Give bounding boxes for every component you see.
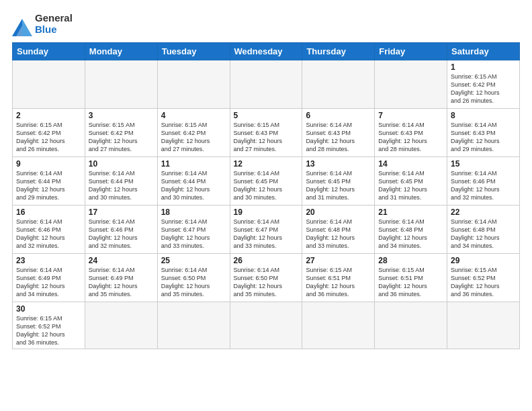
day-number: 4 [161, 111, 226, 120]
day-info: Sunrise: 6:14 AMSunset: 6:45 PMDaylight:… [234, 169, 299, 202]
day-number: 15 [451, 159, 516, 169]
day-number: 14 [378, 159, 443, 169]
day-info: Sunrise: 6:14 AMSunset: 6:48 PMDaylight:… [451, 218, 516, 250]
day-cell: 12Sunrise: 6:14 AMSunset: 6:45 PMDayligh… [230, 156, 302, 205]
day-info: Sunrise: 6:15 AMSunset: 6:42 PMDaylight:… [451, 73, 516, 105]
day-cell: 5Sunrise: 6:15 AMSunset: 6:43 PMDaylight… [230, 108, 302, 156]
day-cell [157, 302, 230, 349]
day-info: Sunrise: 6:15 AMSunset: 6:52 PMDaylight:… [451, 266, 516, 299]
day-info: Sunrise: 6:14 AMSunset: 6:45 PMDaylight:… [306, 169, 371, 202]
day-cell: 21Sunrise: 6:14 AMSunset: 6:48 PMDayligh… [375, 205, 447, 253]
day-info: Sunrise: 6:14 AMSunset: 6:48 PMDaylight:… [306, 218, 371, 250]
day-number: 27 [306, 256, 371, 265]
day-number: 6 [306, 111, 371, 120]
weekday-header-sunday: Sunday [13, 42, 85, 60]
day-info: Sunrise: 6:14 AMSunset: 6:44 PMDaylight:… [89, 169, 154, 202]
day-cell: 26Sunrise: 6:14 AMSunset: 6:50 PMDayligh… [230, 253, 302, 302]
weekday-header-thursday: Thursday [302, 42, 375, 60]
day-cell: 16Sunrise: 6:14 AMSunset: 6:46 PMDayligh… [13, 205, 85, 253]
weekday-header-monday: Monday [85, 42, 157, 60]
day-number: 28 [378, 256, 443, 265]
day-number: 17 [89, 208, 154, 217]
day-cell: 1Sunrise: 6:15 AMSunset: 6:42 PMDaylight… [447, 60, 520, 108]
day-cell: 15Sunrise: 6:14 AMSunset: 6:46 PMDayligh… [447, 156, 520, 205]
day-info: Sunrise: 6:14 AMSunset: 6:43 PMDaylight:… [451, 121, 516, 154]
day-cell [375, 60, 447, 108]
day-cell: 23Sunrise: 6:14 AMSunset: 6:49 PMDayligh… [13, 253, 85, 302]
day-info: Sunrise: 6:14 AMSunset: 6:44 PMDaylight:… [16, 169, 81, 202]
day-number: 20 [306, 208, 371, 217]
day-cell: 22Sunrise: 6:14 AMSunset: 6:48 PMDayligh… [447, 205, 520, 253]
day-number: 10 [89, 159, 154, 169]
day-number: 7 [378, 111, 443, 120]
day-cell: 3Sunrise: 6:15 AMSunset: 6:42 PMDaylight… [85, 108, 157, 156]
week-row-2: 2Sunrise: 6:15 AMSunset: 6:42 PMDaylight… [13, 108, 520, 156]
day-info: Sunrise: 6:14 AMSunset: 6:45 PMDaylight:… [378, 169, 443, 202]
day-number: 1 [451, 62, 516, 72]
day-info: Sunrise: 6:14 AMSunset: 6:43 PMDaylight:… [306, 121, 371, 154]
day-info: Sunrise: 6:15 AMSunset: 6:51 PMDaylight:… [378, 266, 443, 299]
weekday-header-wednesday: Wednesday [230, 42, 302, 60]
day-info: Sunrise: 6:14 AMSunset: 6:43 PMDaylight:… [378, 121, 443, 154]
day-cell: 18Sunrise: 6:14 AMSunset: 6:47 PMDayligh… [157, 205, 230, 253]
header: General Blue [12, 12, 520, 36]
day-info: Sunrise: 6:14 AMSunset: 6:46 PMDaylight:… [16, 218, 81, 250]
day-number: 30 [16, 304, 81, 314]
day-number: 24 [89, 256, 154, 265]
day-info: Sunrise: 6:14 AMSunset: 6:46 PMDaylight:… [89, 218, 154, 250]
day-info: Sunrise: 6:14 AMSunset: 6:47 PMDaylight:… [234, 218, 299, 250]
day-number: 9 [16, 159, 81, 169]
day-info: Sunrise: 6:14 AMSunset: 6:44 PMDaylight:… [161, 169, 226, 202]
day-number: 3 [89, 111, 154, 120]
day-number: 2 [16, 111, 81, 120]
logo: General Blue [12, 12, 73, 36]
day-number: 11 [161, 159, 226, 169]
day-cell [375, 302, 447, 349]
day-cell: 29Sunrise: 6:15 AMSunset: 6:52 PMDayligh… [447, 253, 520, 302]
day-cell [85, 302, 157, 349]
day-cell: 9Sunrise: 6:14 AMSunset: 6:44 PMDaylight… [13, 156, 85, 205]
day-info: Sunrise: 6:15 AMSunset: 6:43 PMDaylight:… [234, 121, 299, 154]
day-cell: 8Sunrise: 6:14 AMSunset: 6:43 PMDaylight… [447, 108, 520, 156]
week-row-4: 16Sunrise: 6:14 AMSunset: 6:46 PMDayligh… [13, 205, 520, 253]
day-number: 13 [306, 159, 371, 169]
day-info: Sunrise: 6:15 AMSunset: 6:42 PMDaylight:… [161, 121, 226, 154]
weekday-header-saturday: Saturday [447, 42, 520, 60]
day-number: 19 [234, 208, 299, 217]
week-row-1: 1Sunrise: 6:15 AMSunset: 6:42 PMDaylight… [13, 60, 520, 108]
day-cell: 14Sunrise: 6:14 AMSunset: 6:45 PMDayligh… [375, 156, 447, 205]
logo-text: General Blue [35, 12, 73, 36]
day-number: 18 [161, 208, 226, 217]
day-info: Sunrise: 6:14 AMSunset: 6:50 PMDaylight:… [234, 266, 299, 299]
day-info: Sunrise: 6:14 AMSunset: 6:48 PMDaylight:… [378, 218, 443, 250]
day-cell: 25Sunrise: 6:14 AMSunset: 6:50 PMDayligh… [157, 253, 230, 302]
day-cell [230, 60, 302, 108]
day-number: 21 [378, 208, 443, 217]
day-cell: 20Sunrise: 6:14 AMSunset: 6:48 PMDayligh… [302, 205, 375, 253]
day-cell: 10Sunrise: 6:14 AMSunset: 6:44 PMDayligh… [85, 156, 157, 205]
day-number: 23 [16, 256, 81, 265]
day-cell [85, 60, 157, 108]
day-info: Sunrise: 6:14 AMSunset: 6:49 PMDaylight:… [89, 266, 154, 299]
day-info: Sunrise: 6:14 AMSunset: 6:49 PMDaylight:… [16, 266, 81, 299]
svg-marker-1 [22, 19, 32, 36]
day-cell [302, 302, 375, 349]
day-info: Sunrise: 6:14 AMSunset: 6:46 PMDaylight:… [451, 169, 516, 202]
day-cell: 24Sunrise: 6:14 AMSunset: 6:49 PMDayligh… [85, 253, 157, 302]
day-info: Sunrise: 6:15 AMSunset: 6:42 PMDaylight:… [89, 121, 154, 154]
week-row-3: 9Sunrise: 6:14 AMSunset: 6:44 PMDaylight… [13, 156, 520, 205]
day-number: 26 [234, 256, 299, 265]
day-cell: 2Sunrise: 6:15 AMSunset: 6:42 PMDaylight… [13, 108, 85, 156]
day-number: 16 [16, 208, 81, 217]
day-number: 12 [234, 159, 299, 169]
day-info: Sunrise: 6:15 AMSunset: 6:51 PMDaylight:… [306, 266, 371, 299]
day-cell: 17Sunrise: 6:14 AMSunset: 6:46 PMDayligh… [85, 205, 157, 253]
logo-icon [12, 15, 32, 34]
day-number: 5 [234, 111, 299, 120]
day-cell: 11Sunrise: 6:14 AMSunset: 6:44 PMDayligh… [157, 156, 230, 205]
week-row-6: 30Sunrise: 6:15 AMSunset: 6:52 PMDayligh… [13, 302, 520, 349]
day-cell: 6Sunrise: 6:14 AMSunset: 6:43 PMDaylight… [302, 108, 375, 156]
day-number: 29 [451, 256, 516, 265]
day-number: 25 [161, 256, 226, 265]
day-number: 22 [451, 208, 516, 217]
